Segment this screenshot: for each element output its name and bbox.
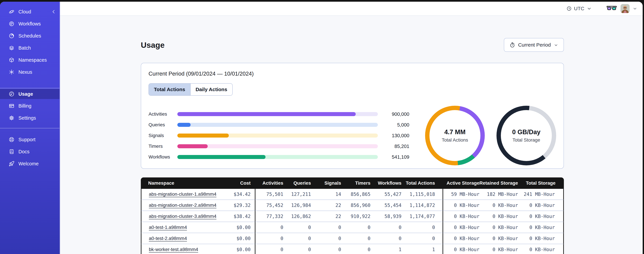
bar-fill — [177, 155, 266, 159]
donut-total-storage-label: Total Storage — [512, 138, 540, 143]
namespace-link[interactable]: a0-test-2.a98mm4 — [149, 236, 187, 241]
col-header-signals: Signals — [311, 178, 341, 189]
actions-bar-chart: Activities900,000Queries5,000Signals130,… — [148, 109, 409, 162]
cloud-orbit-icon — [9, 9, 14, 14]
actions-tabs: Total Actions Daily Actions — [148, 83, 233, 96]
sidebar-item-label: Namespaces — [18, 57, 47, 63]
support-lifering-icon — [9, 137, 14, 142]
sidebar-item-docs[interactable]: Docs — [0, 146, 60, 157]
charts-row: Activities900,000Queries5,000Signals130,… — [148, 106, 556, 165]
sidebar-item-label: Billing — [18, 103, 31, 109]
bar-track — [177, 123, 378, 127]
usage-gauge-icon — [9, 91, 14, 97]
timezone-selector[interactable]: UTC — [566, 6, 592, 12]
col-header-workflows: Workflows — [370, 178, 402, 189]
namespace-link[interactable]: a0-test-1.a98mm4 — [149, 225, 187, 230]
col-header-activities: Activities — [255, 178, 283, 189]
sidebar-brand-label: Cloud — [18, 9, 47, 14]
bar-value: 5,000 — [384, 122, 409, 128]
batch-layers-icon — [9, 45, 14, 51]
sidebar-item-label: Nexus — [18, 69, 32, 75]
bar-value: 541,109 — [384, 154, 409, 160]
col-header-total-storage: Total Storage — [518, 178, 564, 189]
chevron-down-icon — [587, 6, 592, 11]
billing-card-icon — [9, 103, 14, 109]
namespace-link[interactable]: bk-worker-test.a98mm4 — [149, 247, 198, 252]
period-selector-button[interactable]: Current Period — [504, 38, 564, 52]
sidebar-item-nexus[interactable]: Nexus — [0, 66, 60, 78]
user-avatar[interactable] — [620, 4, 630, 13]
usage-table-body: abs-migration-cluster-1.a98mm4$34.4275,5… — [141, 189, 564, 254]
sidebar-item-label: Usage — [18, 91, 33, 97]
sidebar-item-namespaces[interactable]: Namespaces — [0, 54, 60, 66]
app-window: Cloud WorkflowsSchedulesBatchNamespacesN… — [0, 2, 643, 254]
sidebar-item-workflows[interactable]: Workflows — [0, 18, 60, 30]
tab-daily-actions[interactable]: Daily Actions — [190, 84, 232, 95]
glasses-icon[interactable] — [606, 5, 617, 12]
sidebar-item-settings[interactable]: Settings — [0, 113, 60, 123]
donut-total-storage-value: 0 GB/Day — [512, 128, 540, 136]
page-content: Usage Current Period Current Period (09/… — [60, 16, 643, 254]
page-title: Usage — [141, 40, 164, 50]
nexus-asterisk-icon — [9, 69, 14, 75]
table-row: abs-migration-cluster-3.a98mm4$38.4277,3… — [141, 211, 564, 222]
bar-track — [177, 112, 378, 116]
sidebar-item-label: Welcome — [18, 161, 38, 166]
table-row: abs-migration-cluster-2.a98mm4$29.3275,4… — [141, 200, 564, 211]
sidebar-item-batch[interactable]: Batch — [0, 42, 60, 54]
bar-fill — [177, 134, 229, 138]
bar-row-signals: Signals130,000 — [148, 130, 409, 141]
card-title: Current Period (09/01/2024 — 10/01/2024) — [148, 70, 556, 77]
total-storage-donut: 0 GB/Day Total Storage — [496, 106, 556, 165]
total-actions-donut: 4.7 MM Total Actions — [425, 106, 485, 165]
bar-label: Activities — [148, 112, 177, 117]
tab-total-actions[interactable]: Total Actions — [149, 84, 190, 95]
sidebar-divider — [0, 128, 60, 128]
clock-icon — [566, 6, 572, 11]
namespace-link[interactable]: abs-migration-cluster-2.a98mm4 — [149, 202, 216, 208]
bar-track — [177, 134, 378, 138]
namespace-usage-table: NamespaceCostActivitiesQueriesSignalsTim… — [141, 178, 564, 254]
bar-value: 900,000 — [384, 112, 409, 117]
settings-gear-icon — [9, 115, 14, 121]
namespace-link[interactable]: abs-migration-cluster-1.a98mm4 — [149, 192, 216, 197]
col-header-cost: Cost — [224, 178, 255, 189]
sidebar-item-welcome[interactable]: Welcome — [0, 158, 60, 169]
sidebar-item-support[interactable]: Support — [0, 134, 60, 145]
sidebar-item-label: Docs — [18, 149, 30, 154]
sidebar: Cloud WorkflowsSchedulesBatchNamespacesN… — [0, 2, 60, 254]
usage-table-head-row: NamespaceCostActivitiesQueriesSignalsTim… — [141, 178, 564, 189]
main-area: UTC — [60, 2, 643, 254]
bar-row-activities: Activities900,000 — [148, 109, 409, 120]
chevron-left-icon[interactable] — [51, 9, 56, 14]
donut-total-actions-value: 4.7 MM — [444, 128, 466, 136]
col-header-timers: Timers — [341, 178, 370, 189]
sidebar-brand-cloud[interactable]: Cloud — [0, 6, 60, 18]
sidebar-item-billing[interactable]: Billing — [0, 101, 60, 111]
chevron-down-icon — [554, 43, 558, 47]
sidebar-item-usage[interactable]: Usage — [0, 89, 60, 99]
bar-track — [177, 155, 378, 159]
period-button-label: Current Period — [518, 42, 551, 48]
workflows-icon — [9, 21, 14, 27]
col-header-retained-storage: Retained Storage — [480, 178, 518, 189]
chevron-down-icon[interactable] — [632, 6, 637, 11]
col-header-total-actions: Total Actions — [402, 178, 442, 189]
sidebar-item-label: Settings — [18, 115, 36, 121]
sidebar-group-resources: SupportDocsWelcome — [0, 134, 60, 170]
bar-fill — [177, 144, 208, 148]
stopwatch-icon — [510, 42, 515, 48]
bar-fill — [177, 112, 356, 116]
bar-row-timers: Timers85,201 — [148, 141, 409, 152]
namespace-link[interactable]: abs-migration-cluster-3.a98mm4 — [149, 214, 216, 219]
sidebar-item-label: Support — [18, 137, 36, 142]
sidebar-item-schedules[interactable]: Schedules — [0, 30, 60, 42]
donut-total-actions-label: Total Actions — [442, 138, 468, 143]
sidebar-item-label: Schedules — [18, 33, 41, 39]
table-row: a0-test-2.a98mm4$0.000000000 KB-Hour0 KB… — [141, 233, 564, 244]
bar-label: Queries — [148, 122, 177, 128]
sidebar-group-account: UsageBillingSettings — [0, 89, 60, 125]
bar-fill — [177, 123, 190, 127]
sidebar-divider — [0, 88, 60, 88]
bar-row-queries: Queries5,000 — [148, 120, 409, 130]
